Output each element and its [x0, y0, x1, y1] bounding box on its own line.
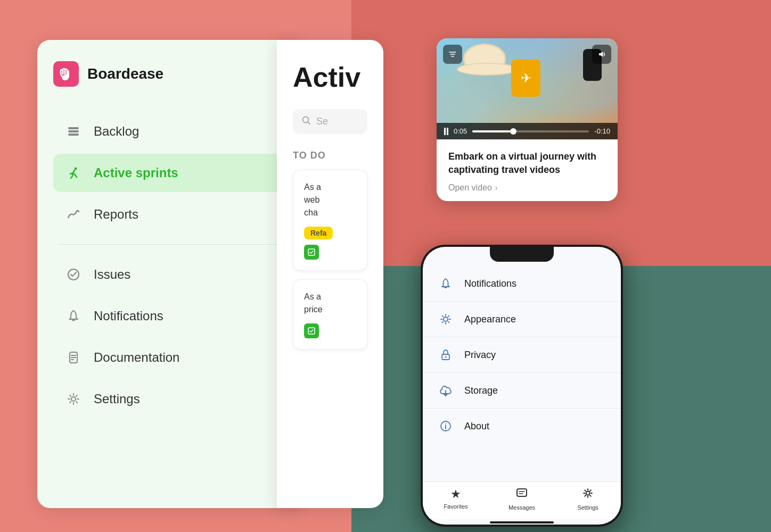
svg-point-17 — [444, 317, 448, 321]
remaining-time: -0:10 — [594, 127, 610, 135]
passport-item: ✈ — [511, 60, 540, 97]
svg-line-22 — [442, 316, 444, 317]
nav-divider — [59, 244, 282, 245]
svg-line-23 — [448, 322, 449, 323]
cloud-icon — [438, 383, 454, 398]
card-icon — [304, 245, 319, 260]
bell-icon — [64, 306, 83, 326]
video-controls: 0:05 -0:10 — [437, 123, 618, 139]
svg-point-9 — [71, 397, 76, 401]
svg-rect-32 — [517, 489, 527, 496]
svg-line-24 — [448, 316, 449, 317]
phone-menu-label: Privacy — [464, 350, 496, 361]
svg-line-25 — [442, 322, 444, 323]
phone-notch — [490, 247, 554, 262]
svg-rect-0 — [68, 127, 79, 129]
phone-menu-item-about[interactable]: About — [423, 409, 621, 444]
doc-icon — [64, 348, 83, 367]
page-title: Activ — [293, 61, 367, 93]
phone-nav-favorites[interactable]: ★ Favorites — [423, 487, 489, 511]
app-header: Boardease — [53, 61, 288, 87]
filter-button[interactable] — [443, 45, 462, 64]
phone-menu-label: Storage — [464, 385, 498, 396]
task-text: As awebcha — [304, 181, 356, 219]
gear-icon — [582, 487, 594, 502]
progress-fill — [472, 130, 513, 132]
sidebar-item-documentation[interactable]: Documentation — [53, 338, 288, 377]
stack-icon — [64, 122, 83, 141]
sun-icon — [438, 311, 454, 327]
phone-mockup: Notifications — [421, 245, 623, 527]
svg-line-11 — [308, 122, 310, 124]
phone-menu-item-privacy[interactable]: Privacy — [423, 337, 621, 373]
task-text: As aprice — [304, 290, 356, 316]
nav-section-top: Backlog Active sprints Reports — [53, 112, 288, 234]
task-card-2: As aprice — [293, 279, 367, 350]
main-panel: Activ Se TO DO As awebcha Refa As aprice — [277, 40, 383, 508]
phone-nav-label: Favorites — [444, 503, 467, 510]
open-video-link[interactable]: Open video › — [448, 183, 606, 193]
nav-section-bottom: Issues Notifications Docum — [53, 255, 288, 418]
phone-nav-label: Messages — [508, 504, 535, 511]
video-title: Embark on a virtual journey with captiva… — [448, 150, 606, 177]
svg-rect-1 — [68, 130, 79, 132]
sidebar-item-label: Documentation — [94, 350, 179, 365]
star-icon: ★ — [450, 487, 461, 501]
phone-menu-label: Appearance — [464, 314, 516, 325]
sidebar-item-settings[interactable]: Settings — [53, 380, 288, 418]
column-header: TO DO — [293, 150, 367, 161]
phone-menu-item-storage[interactable]: Storage — [423, 373, 621, 409]
sidebar-item-active-sprints[interactable]: Active sprints — [53, 154, 288, 192]
sidebar-item-label: Backlog — [94, 124, 139, 139]
check-circle-icon — [64, 265, 83, 284]
task-card-1: As awebcha Refa — [293, 170, 367, 271]
travel-hat — [463, 44, 506, 73]
search-placeholder: Se — [316, 116, 328, 127]
progress-dot — [510, 128, 516, 135]
video-card: ✈ 0:05 -0:10 — [437, 38, 618, 201]
card-icon — [304, 323, 319, 338]
svg-point-27 — [445, 356, 447, 358]
phone-menu-list: Notifications — [423, 262, 621, 481]
lock-icon — [438, 347, 454, 363]
runner-icon — [64, 163, 83, 182]
sidebar-item-label: Notifications — [94, 309, 163, 323]
phone-nav-label: Settings — [577, 504, 598, 511]
chart-icon — [64, 205, 83, 224]
phone-menu-item-appearance[interactable]: Appearance — [423, 302, 621, 337]
sidebar-item-reports[interactable]: Reports — [53, 195, 288, 234]
phone-nav-settings[interactable]: Settings — [555, 487, 621, 511]
pause-button[interactable] — [444, 128, 448, 135]
progress-bar[interactable] — [472, 130, 589, 132]
search-bar[interactable]: Se — [293, 109, 367, 134]
phone-nav-messages[interactable]: Messages — [489, 487, 555, 511]
sidebar-item-label: Settings — [94, 392, 140, 406]
task-tag: Refa — [304, 227, 333, 239]
app-logo — [53, 61, 79, 87]
home-indicator — [490, 521, 554, 523]
search-icon — [301, 115, 311, 128]
chat-icon — [516, 487, 528, 502]
svg-point-31 — [445, 423, 446, 425]
svg-point-35 — [586, 492, 590, 495]
sidebar-panel: Boardease Backlog Active sprints — [37, 40, 304, 508]
sidebar-item-backlog[interactable]: Backlog — [53, 112, 288, 151]
sidebar-item-issues[interactable]: Issues — [53, 255, 288, 294]
sidebar-item-label: Reports — [94, 207, 138, 222]
sidebar-item-notifications[interactable]: Notifications — [53, 297, 288, 335]
phone-menu-item-notifications[interactable]: Notifications — [423, 266, 621, 302]
chevron-right-icon: › — [495, 184, 498, 192]
phone-menu-label: Notifications — [464, 278, 516, 289]
info-icon — [438, 418, 454, 434]
sidebar-item-label: Active sprints — [94, 165, 178, 180]
app-title: Boardease — [87, 65, 163, 82]
sidebar-item-label: Issues — [94, 267, 130, 282]
svg-rect-2 — [68, 134, 79, 136]
phone-bottom-nav: ★ Favorites Messages — [423, 481, 621, 519]
video-thumbnail: ✈ 0:05 -0:10 — [437, 38, 618, 139]
volume-button[interactable] — [592, 45, 611, 64]
open-video-label: Open video — [448, 183, 492, 193]
logo-icon — [58, 65, 75, 82]
current-time: 0:05 — [454, 127, 467, 135]
gear-icon — [64, 389, 83, 409]
